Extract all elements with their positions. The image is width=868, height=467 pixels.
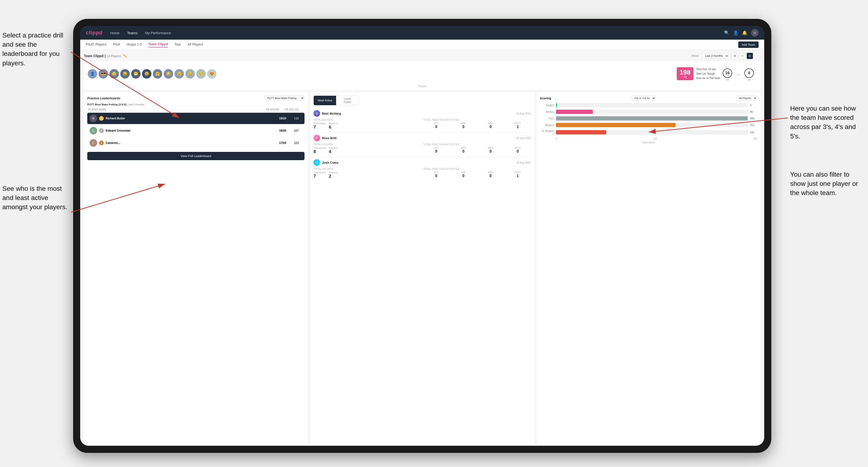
leaderboards-title: Practice Leaderboards [87,96,120,100]
navbar-right: 🔍 👤 🔔 U [724,29,758,36]
user-icon[interactable]: 👤 [733,30,738,35]
tab-all-players[interactable]: All Players [187,42,203,47]
nav-home[interactable]: Home [110,31,120,35]
tab-pga[interactable]: PGA [113,42,120,47]
player-avatar-lb1: R [90,115,97,122]
scoring-card: Scoring Par 3, 4 & 5s All Players Eagles [536,92,761,445]
player-avatar-6[interactable]: 😃 [142,69,151,79]
bar-row-bogeys: Bogeys 311 [540,123,757,127]
least-active-toggle[interactable]: Least Active [336,96,359,105]
tournament-stat-1: Tournament 7 [313,122,326,130]
view-sort-icon[interactable]: ↕ [754,53,761,59]
players-filter-select[interactable]: All Players [736,96,757,101]
arg-1: ARG 0 [477,122,503,129]
leaderboards-card: Practice Leaderboards PUTT Must Make Put… [84,92,308,445]
bell-icon[interactable]: 🔔 [742,30,747,35]
rank-badge-1: 1 [99,116,104,121]
players-label: Players [88,85,757,88]
activity-avatar-2: R [313,135,320,141]
practice-activities-2: Total Practice Activities OTT 0 APP 0 [423,143,531,154]
tournament-stat-2: Tournament 8 [313,147,326,154]
bar-container-birdies [556,110,748,114]
player-avatar-10[interactable]: 😋 [185,69,195,79]
total-rounds-2: Total Rounds Tournament 8 Practice 4 [313,143,421,154]
player-avatar-2[interactable]: 😎 [99,69,108,79]
annotation-top-left: Select a practice drill and see the lead… [2,31,68,68]
ott-1: OTT 0 [423,122,450,129]
rank-badge-3: 3 [99,141,104,145]
search-icon[interactable]: 🔍 [724,30,729,35]
pa-values-1: OTT 0 APP 0 ARG 0 [423,122,531,129]
bar-fill-dbogeys [556,130,607,134]
tab-hcaps[interactable]: Hcaps 1-5 [127,42,142,47]
par-filter-select[interactable]: Par 3, 4 & 5s [632,96,656,101]
activity-toggle: Most Active Least Active [313,96,359,105]
activity-date-2: 02 Sep 2023 [516,136,531,139]
nav-my-performance[interactable]: My Performance [145,31,171,35]
activity-player-3: J Josh Coles 26 Aug 2023 Total Rounds To… [313,157,531,181]
drill-select[interactable]: PUTT Must Make Putting... [264,96,305,101]
player-avatar-9[interactable]: 😉 [175,69,184,79]
bar-chart: Eagles 3 Birdies 96 [540,103,757,135]
avatar[interactable]: U [751,29,758,36]
tab-pgat[interactable]: PGAT Players [86,42,106,47]
tab-tour[interactable]: Tour [175,42,181,47]
bar-container-bogeys [556,123,748,127]
activity-player-info-1: B Blair McHarg [313,110,341,117]
bar-row-birdies: Birdies 96 [540,110,757,114]
player-score-1: 19/20 [277,117,288,120]
player-score-3: 17/20 [277,141,288,145]
player-avatar-3[interactable]: 🙂 [110,69,119,79]
most-active-toggle[interactable]: Most Active [314,96,336,105]
player-avatar-5[interactable]: 😁 [131,69,141,79]
tab-team-clippd[interactable]: Team Clippd [148,42,168,48]
practice-activities-1: Total Practice Activities OTT 0 APP 0 [423,119,531,130]
team-title: Team Clippd | 14 Players ✏️ [84,54,127,58]
ipad-screen: clippd Home Teams My Performance 🔍 👤 🔔 U… [80,26,764,446]
activity-date-1: 26 Aug 2023 [516,112,531,115]
player-avatar-1[interactable]: 👤 [88,69,97,79]
pa-values-2: OTT 0 APP 0 ARG 0 [423,147,531,154]
activity-date-3: 26 Aug 2023 [516,161,531,164]
nav-teams[interactable]: Teams [127,31,137,35]
bar-fill-bogeys [556,123,676,127]
bar-fill-pars [556,116,748,121]
player-avatar-8[interactable]: 😏 [164,69,173,79]
player-avatar-11[interactable]: 😌 [196,69,206,79]
navbar: clippd Home Teams My Performance 🔍 👤 🔔 U [80,26,764,40]
player-avatar-7[interactable]: 🤗 [153,69,162,79]
view-card-icon[interactable]: ⊟ [747,53,753,59]
logo: clippd [86,30,102,36]
bar-fill-eagles [556,103,557,107]
app-1: APP 0 [450,122,476,129]
stats-section-3: Total Rounds Tournament 7 Practice 2 [313,168,531,179]
rounds-values-1: Tournament 7 Practice 6 [313,122,421,130]
leaderboards-header: Practice Leaderboards PUTT Must Make Put… [87,96,305,101]
player-avg-1: 110 [290,117,302,120]
bar-row-pars: Pars 499 [540,116,757,121]
view-list-icon[interactable]: ≡ [739,53,745,59]
player-avatar-lb3: C [90,139,97,147]
total-rounds-3: Total Rounds Tournament 7 Practice 2 [313,168,421,179]
player-avg-2: 107 [290,129,302,132]
annotation-bottom-left: See who is the most and least active amo… [2,184,68,212]
rounds-values-3: Tournament 7 Practice 2 [313,171,421,179]
practice-stat-1: Practice 6 [329,122,337,130]
edit-team-icon[interactable]: ✏️ [123,54,127,58]
players-row: 👤 😎 🙂 😄 😁 😃 🤗 😏 😉 😋 😌 😍 [88,64,757,84]
period-select[interactable]: Last 3 months [702,53,729,59]
shot-info-card: 198 SQ Shot Dist: 16 yds Start Lie: Roug… [674,64,757,84]
activity-player-info-2: R Rees Britt [313,135,336,141]
player-avatar-4[interactable]: 😄 [120,69,130,79]
leaderboard-row-2: E 2 Edward Crossman 18/20 107 [87,125,305,136]
add-team-button[interactable]: Add Team [738,41,758,48]
activity-name-2: Rees Britt [322,136,336,140]
yardage-end: 0 yds [744,68,754,81]
activity-player-1: B Blair McHarg 26 Aug 2023 Total Rounds … [313,108,531,132]
bar-row-dbogeys: D. Bogeys + 131 [540,129,757,135]
player-avatar-12[interactable]: 😍 [207,69,217,79]
view-full-leaderboard-button[interactable]: View Full Leaderboard [87,152,305,160]
view-grid-icon[interactable]: ⊞ [732,53,738,59]
annotation-top-right: Here you can see how the team have score… [790,104,861,141]
activity-player-header-3: J Josh Coles 26 Aug 2023 [313,159,531,166]
